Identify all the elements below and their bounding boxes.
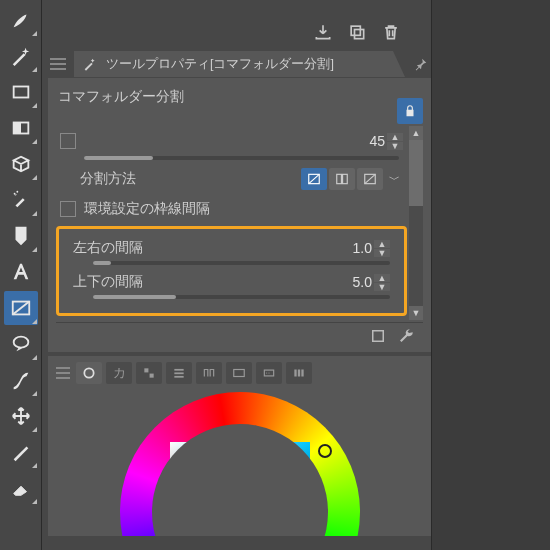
svg-rect-0 xyxy=(13,87,28,98)
method-row: 分割方法 ﹀ xyxy=(56,164,407,194)
env-label: 環境設定の枠線間隔 xyxy=(84,200,403,218)
tool-eraser[interactable] xyxy=(4,471,38,505)
tool-property-panel: コマフォルダー分割 45 ▲▼ 分割方法 xyxy=(48,78,431,352)
color-menu-icon[interactable] xyxy=(54,363,72,383)
method-opt-3[interactable] xyxy=(357,168,383,190)
svg-point-24 xyxy=(266,372,267,373)
reset-icon[interactable] xyxy=(369,327,387,348)
angle-slider[interactable] xyxy=(84,156,399,160)
svg-point-7 xyxy=(13,337,28,348)
angle-checkbox[interactable] xyxy=(60,133,76,149)
scroll-down-icon[interactable]: ▼ xyxy=(409,306,423,320)
tool-gradient[interactable] xyxy=(4,111,38,145)
svg-rect-20 xyxy=(174,372,183,374)
pin-icon[interactable] xyxy=(411,57,431,71)
wand-icon xyxy=(82,56,98,72)
hue-cursor[interactable] xyxy=(318,444,332,458)
tool-column xyxy=(0,0,42,550)
svg-rect-2 xyxy=(13,123,20,134)
method-opt-1[interactable] xyxy=(301,168,327,190)
color-tab-8[interactable] xyxy=(286,362,312,384)
svg-line-11 xyxy=(309,174,320,183)
svg-point-25 xyxy=(268,372,269,373)
tool-line[interactable] xyxy=(4,435,38,469)
panel-title: コマフォルダー分割 xyxy=(56,86,397,124)
env-row: 環境設定の枠線間隔 xyxy=(56,194,407,224)
svg-rect-15 xyxy=(373,331,384,342)
svg-rect-9 xyxy=(355,30,364,39)
color-tab-3[interactable] xyxy=(136,362,162,384)
angle-row: 45 ▲▼ xyxy=(56,126,407,156)
tool-mesh[interactable] xyxy=(4,147,38,181)
panel-area: ツールプロパティ[コマフォルダー分割] コマフォルダー分割 45 ▲▼ 分割方法 xyxy=(42,0,432,550)
wrench-icon[interactable] xyxy=(397,327,415,348)
color-wheel-area xyxy=(54,386,425,536)
svg-rect-27 xyxy=(298,370,300,377)
horiz-slider[interactable] xyxy=(93,261,390,265)
svg-point-16 xyxy=(84,368,93,377)
subgroup-actions xyxy=(48,0,431,50)
svg-rect-19 xyxy=(174,369,183,371)
sv-box[interactable] xyxy=(170,442,310,536)
tool-rect[interactable] xyxy=(4,75,38,109)
svg-rect-8 xyxy=(351,26,360,35)
svg-rect-28 xyxy=(301,370,303,377)
vert-slider[interactable] xyxy=(93,295,390,299)
scroll-track[interactable] xyxy=(409,140,423,306)
color-tab-6[interactable] xyxy=(226,362,252,384)
highlighted-spacing-box: 左右の間隔 1.0 ▲▼ 上下の間隔 5.0 ▲▼ xyxy=(56,226,407,316)
tool-frame-divide[interactable] xyxy=(4,291,38,325)
duplicate-icon[interactable] xyxy=(345,20,369,44)
vert-stepper[interactable]: ▲▼ xyxy=(374,274,390,291)
scroll-thumb[interactable] xyxy=(409,140,423,206)
svg-line-6 xyxy=(12,302,29,315)
lock-button[interactable] xyxy=(397,98,423,124)
tool-airbrush[interactable] xyxy=(4,183,38,217)
horiz-value[interactable]: 1.0 xyxy=(328,240,372,256)
svg-point-3 xyxy=(13,193,15,195)
vert-value[interactable]: 5.0 xyxy=(328,274,372,290)
tool-property-tab[interactable]: ツールプロパティ[コマフォルダー分割] xyxy=(74,51,405,77)
angle-value[interactable]: 45 xyxy=(341,133,385,149)
svg-rect-21 xyxy=(174,376,183,378)
svg-rect-18 xyxy=(150,374,154,378)
color-tab-4[interactable] xyxy=(166,362,192,384)
svg-rect-22 xyxy=(234,370,245,377)
tool-wand[interactable] xyxy=(4,39,38,73)
vert-label: 上下の間隔 xyxy=(73,273,328,291)
color-tab-wheel[interactable] xyxy=(76,362,102,384)
svg-point-4 xyxy=(16,191,18,193)
svg-rect-26 xyxy=(294,370,296,377)
horiz-label: 左右の間隔 xyxy=(73,239,328,257)
svg-rect-12 xyxy=(337,174,342,183)
import-icon[interactable] xyxy=(311,20,335,44)
tool-move[interactable] xyxy=(4,399,38,433)
color-tab-7[interactable] xyxy=(256,362,282,384)
method-opt-2[interactable] xyxy=(329,168,355,190)
method-dropdown-icon[interactable]: ﹀ xyxy=(385,172,403,187)
panel-menu-icon[interactable] xyxy=(48,54,68,74)
horiz-stepper[interactable]: ▲▼ xyxy=(374,240,390,257)
color-tab-5[interactable] xyxy=(196,362,222,384)
trash-icon[interactable] xyxy=(379,20,403,44)
tool-balloon[interactable] xyxy=(4,327,38,361)
canvas-area xyxy=(432,0,550,550)
scroll-up-icon[interactable]: ▲ xyxy=(409,126,423,140)
panel-scrollbar[interactable]: ▲ ▼ xyxy=(409,126,423,320)
tool-curve[interactable] xyxy=(4,363,38,397)
tool-brush[interactable] xyxy=(4,3,38,37)
lock-icon xyxy=(403,104,417,118)
tool-pen[interactable] xyxy=(4,219,38,253)
horiz-row: 左右の間隔 1.0 ▲▼ xyxy=(65,235,398,261)
svg-rect-13 xyxy=(343,174,348,183)
method-options: ﹀ xyxy=(301,168,403,190)
color-tab-label[interactable]: カ xyxy=(106,362,132,384)
angle-stepper[interactable]: ▲▼ xyxy=(387,133,403,150)
svg-rect-17 xyxy=(144,368,148,372)
color-panel: カ xyxy=(48,356,431,536)
method-label: 分割方法 xyxy=(60,170,301,188)
vert-row: 上下の間隔 5.0 ▲▼ xyxy=(65,269,398,295)
hue-ring[interactable] xyxy=(120,392,360,536)
env-checkbox[interactable] xyxy=(60,201,76,217)
tool-text[interactable] xyxy=(4,255,38,289)
